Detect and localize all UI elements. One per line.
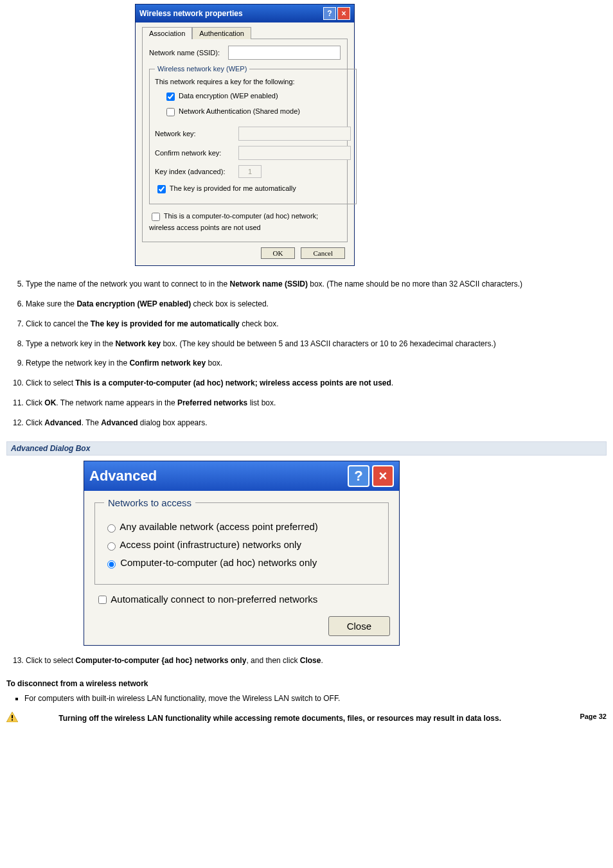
- data-encryption-row: Data encryption (WEP enabled): [164, 91, 351, 103]
- key-index-spinner: 1: [238, 165, 262, 178]
- confirm-key-label: Confirm network key:: [155, 149, 238, 157]
- networks-to-access-fieldset: Networks to access Any available network…: [94, 497, 389, 585]
- tab-association[interactable]: Association: [142, 27, 192, 39]
- page-number: Page 32: [580, 712, 607, 722]
- warning-row: Page 32 Turning off the wireless LAN fun…: [6, 712, 607, 725]
- radio-infra[interactable]: [107, 542, 116, 551]
- auto-connect-row: Automatically connect to non-preferred n…: [96, 594, 387, 607]
- ok-button[interactable]: OK: [261, 247, 296, 259]
- radio-infra-row: Access point (infrastructure) networks o…: [104, 539, 379, 551]
- disconnect-heading: To disconnect from a wireless network: [6, 679, 607, 688]
- wep-legend: Wireless network key (WEP): [155, 65, 249, 73]
- instruction-list-2: Click to select Computer-to-computer {ad…: [6, 655, 607, 666]
- figure-wireless-properties: Wireless network properties ? × Associat…: [6, 4, 607, 266]
- figure-advanced: Advanced ? × Networks to access Any avai…: [6, 461, 607, 646]
- radio-adhoc[interactable]: [107, 560, 116, 569]
- data-encryption-label: Data encryption (WEP enabled): [179, 92, 278, 100]
- close-icon[interactable]: ×: [372, 465, 394, 487]
- help-icon[interactable]: ?: [323, 7, 336, 20]
- svg-rect-1: [12, 715, 13, 718]
- adhoc-label: This is a computer-to-computer (ad hoc) …: [149, 212, 318, 231]
- dialog-buttons: OK Cancel: [142, 242, 348, 259]
- network-auth-checkbox[interactable]: [166, 108, 175, 116]
- network-key-label: Network key:: [155, 130, 238, 137]
- radio-infra-label: Access point (infrastructure) networks o…: [120, 539, 301, 550]
- adv-title: Advanced: [89, 468, 345, 484]
- network-key-input: [238, 127, 351, 141]
- tab-panel: Network name (SSID): Wireless network ke…: [142, 39, 348, 242]
- dialog-titlebar: Wireless network properties ? ×: [136, 4, 354, 22]
- network-auth-label: Network Authentication (Shared mode): [179, 107, 300, 115]
- ssid-row: Network name (SSID):: [149, 46, 341, 60]
- instruction-list-1: Type the name of the network you want to…: [6, 279, 607, 428]
- help-icon[interactable]: ?: [348, 465, 369, 487]
- step-6: Make sure the Data encryption (WEP enabl…: [26, 299, 607, 310]
- ssid-input[interactable]: [228, 46, 341, 60]
- close-button[interactable]: Close: [328, 616, 390, 636]
- adhoc-checkbox[interactable]: [152, 213, 160, 221]
- requires-text: This network requires a key for the foll…: [155, 78, 351, 85]
- radio-adhoc-label: Computer-to-computer (ad hoc) networks o…: [120, 557, 317, 568]
- confirm-key-row: Confirm network key:: [155, 146, 351, 160]
- warning-text: Turning off the wireless LAN functionali…: [58, 713, 501, 722]
- radio-any-row: Any available network (access point pref…: [104, 521, 379, 533]
- disconnect-item: For computers with built-in wireless LAN…: [24, 693, 607, 704]
- auto-key-checkbox[interactable]: [157, 185, 166, 193]
- step-10: Click to select This is a computer-to-co…: [26, 378, 607, 389]
- warning-icon: [6, 712, 18, 725]
- key-index-value: 1: [248, 168, 252, 175]
- adv-body: Networks to access Any available network…: [84, 491, 399, 646]
- step-12: Click Advanced. The Advanced dialog box …: [26, 418, 607, 429]
- auto-connect-checkbox[interactable]: [98, 596, 107, 604]
- step-8: Type a network key in the Network key bo…: [26, 339, 607, 350]
- tabs: Association Authentication: [142, 26, 348, 39]
- svg-rect-2: [12, 719, 13, 720]
- auto-connect-label: Automatically connect to non-preferred n…: [111, 594, 317, 605]
- dialog-title: Wireless network properties: [139, 9, 322, 18]
- step-7: Click to cancel the The key is provided …: [26, 319, 607, 330]
- confirm-key-input: [238, 146, 351, 160]
- auto-key-label: The key is provided for me automatically: [170, 184, 296, 192]
- dialog-body: Association Authentication Network name …: [136, 22, 354, 265]
- tab-authentication[interactable]: Authentication: [192, 27, 251, 39]
- cancel-button[interactable]: Cancel: [301, 247, 345, 259]
- advanced-heading: Advanced Dialog Box: [6, 441, 607, 456]
- ssid-label: Network name (SSID):: [149, 49, 228, 57]
- key-index-row: Key index (advanced): 1: [155, 165, 351, 178]
- data-encryption-checkbox[interactable]: [166, 93, 175, 101]
- adv-legend: Networks to access: [104, 497, 195, 508]
- radio-any[interactable]: [107, 524, 116, 533]
- step-11: Click OK. The network name appears in th…: [26, 398, 607, 409]
- adv-titlebar: Advanced ? ×: [84, 461, 399, 491]
- wep-fieldset: Wireless network key (WEP) This network …: [149, 65, 357, 204]
- network-key-row: Network key:: [155, 127, 351, 141]
- radio-adhoc-row: Computer-to-computer (ad hoc) networks o…: [104, 557, 379, 569]
- step-13: Click to select Computer-to-computer {ad…: [26, 655, 607, 666]
- close-icon[interactable]: ×: [337, 7, 350, 20]
- radio-any-label: Any available network (access point pref…: [120, 521, 317, 532]
- advanced-dialog: Advanced ? × Networks to access Any avai…: [84, 461, 400, 646]
- step-5: Type the name of the network you want to…: [26, 279, 607, 290]
- auto-key-row: The key is provided for me automatically: [155, 183, 351, 195]
- key-index-label: Key index (advanced):: [155, 168, 238, 175]
- wireless-properties-dialog: Wireless network properties ? × Associat…: [135, 4, 355, 266]
- step-9: Retype the network key in the Confirm ne…: [26, 358, 607, 369]
- network-auth-row: Network Authentication (Shared mode): [164, 106, 351, 118]
- adhoc-row: This is a computer-to-computer (ad hoc) …: [149, 211, 341, 232]
- disconnect-list: For computers with built-in wireless LAN…: [6, 693, 607, 704]
